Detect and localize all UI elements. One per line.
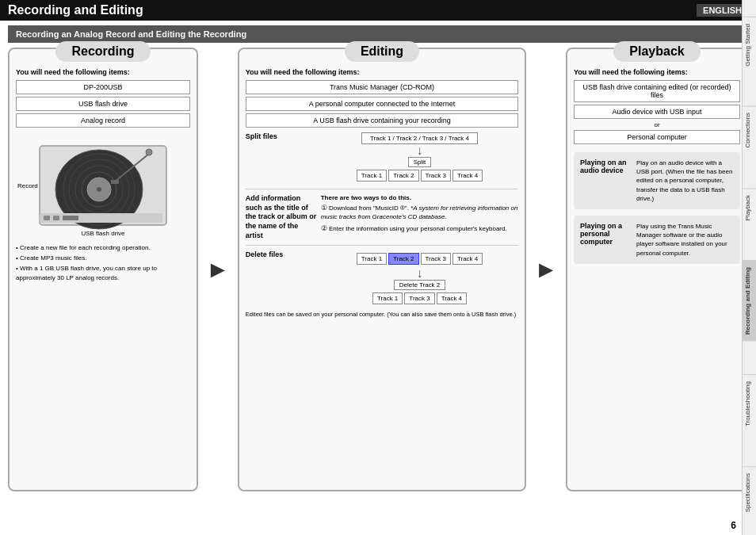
track-box-1: Track 1	[357, 170, 387, 182]
rem-track-4: Track 4	[437, 292, 467, 304]
split-arrow: ↓	[321, 144, 519, 157]
section-header: Recording an Analog Record and Editing t…	[8, 25, 748, 43]
record-label: Record	[17, 182, 38, 189]
split-top-track: Track 1 / Track 2 / Track 3 / Track 4	[361, 132, 478, 144]
recording-panel: Recording You will need the following it…	[8, 48, 198, 491]
split-label: Split files	[246, 132, 317, 140]
step-1: ① Download from "MusicID ®". *A system f…	[321, 204, 519, 221]
editing-operations: Split files Track 1 / Track 2 / Track 3 …	[246, 132, 519, 307]
del-track-4: Track 4	[452, 253, 483, 265]
playing-pc-desc: Play using the Trans Music Manager softw…	[636, 222, 734, 258]
page-title: Recording and Editing	[8, 3, 143, 17]
bullet-3: • With a 1 GB USB flash drive, you can s…	[16, 264, 190, 281]
recording-title: Recording	[55, 41, 150, 62]
bullet-2: • Create MP3 music files.	[16, 254, 190, 262]
delete-files-section: Delete files Track 1 Track 2 Track 3 Tra…	[246, 250, 519, 307]
editing-title: Editing	[345, 41, 419, 62]
right-sidebar: Getting Started Connections Playback Rec…	[742, 0, 756, 535]
recording-bullets: • Create a new file for each recording o…	[16, 243, 190, 282]
arrow-editing-to-playback: ►	[531, 48, 561, 491]
sidebar-tab-playback[interactable]: Playback	[743, 188, 756, 227]
del-track-2: Track 2	[388, 253, 418, 265]
bullet-1: • Create a new file for each recording o…	[16, 243, 190, 252]
editing-subtitle: You will need the following items:	[246, 68, 519, 76]
playback-panel: Playback You will need the following ite…	[566, 48, 748, 491]
divider-2	[246, 245, 519, 246]
editing-item-3: A USB flash drive containing your record…	[246, 113, 519, 128]
playback-item-3: Personal computer	[574, 130, 740, 144]
add-info-title: There are two ways to do this.	[321, 194, 519, 201]
playing-pc-section: Playing on a personal computer Play usin…	[574, 216, 740, 264]
editing-panel: Editing You will need the following item…	[238, 48, 527, 491]
turntable-image	[32, 138, 174, 233]
main-content: Recording You will need the following it…	[0, 48, 756, 491]
playing-audio-title: Playing on an audio device	[580, 159, 632, 174]
delete-label: Delete files	[246, 250, 317, 258]
playback-item-2: Audio device with USB input	[574, 105, 740, 119]
delete-arrow: ↓	[321, 267, 519, 280]
delete-bottom-tracks: Track 1 Track 3 Track 4	[321, 292, 519, 304]
delete-button: Delete Track 2	[394, 280, 446, 290]
svg-point-9	[146, 149, 152, 155]
track-box-2: Track 2	[388, 170, 418, 182]
split-button: Split	[408, 157, 432, 167]
svg-rect-14	[63, 216, 78, 220]
add-info-label: Add information such as the title of the…	[246, 194, 317, 240]
svg-point-7	[97, 187, 101, 192]
rem-track-3: Track 3	[404, 292, 434, 304]
editing-item-1: Trans Music Manager (CD-ROM)	[246, 80, 519, 94]
sidebar-tab-connections[interactable]: Connections	[743, 105, 756, 154]
playback-item-1: USB flash drive containing edited (or re…	[574, 80, 740, 102]
or-text: or	[574, 121, 740, 128]
playing-audio-section: Playing on an audio device Play on an au…	[574, 152, 740, 209]
del-track-1: Track 1	[357, 253, 387, 265]
top-header: Recording and Editing ENGLISH	[0, 0, 756, 21]
delete-top-tracks: Track 1 Track 2 Track 3 Track 4	[321, 253, 519, 265]
recording-subtitle: You will need the following items:	[16, 68, 190, 76]
del-track-3: Track 3	[421, 253, 451, 265]
playback-title: Playback	[613, 41, 700, 62]
track-box-4: Track 4	[452, 170, 483, 182]
svg-rect-13	[53, 216, 59, 220]
recording-item-1: DP-200USB	[16, 80, 190, 94]
recording-item-2: USB flash drive	[16, 97, 190, 111]
rem-track-1: Track 1	[372, 292, 403, 304]
sidebar-tab-specifications[interactable]: Specifications	[743, 466, 756, 518]
sidebar-tab-troubleshooting[interactable]: Troubleshooting	[743, 374, 756, 433]
split-bottom-tracks: Track 1 Track 2 Track 3 Track 4	[321, 170, 519, 182]
svg-rect-10	[111, 180, 119, 184]
language-label: ENGLISH	[697, 4, 748, 17]
step-2: ② Enter the information using your perso…	[321, 224, 519, 234]
editing-footer: Edited files can be saved on your person…	[246, 311, 519, 319]
divider-1	[246, 189, 519, 189]
recording-item-3: Analog record	[16, 113, 190, 128]
page-number: 6	[731, 520, 736, 531]
turntable-area: Record	[16, 134, 190, 237]
playing-audio-desc: Play on an audio device with a USB port.…	[636, 159, 734, 203]
playing-pc-title: Playing on a personal computer	[580, 222, 632, 246]
editing-item-2: A personal computer connected to the Int…	[246, 97, 519, 111]
add-info-section: Add information such as the title of the…	[246, 194, 519, 240]
sidebar-tab-recording[interactable]: Recording and Editing	[743, 260, 756, 341]
svg-rect-12	[44, 216, 50, 220]
sidebar-tab-getting-started[interactable]: Getting Started	[743, 17, 756, 73]
arrow-recording-to-editing: ►	[203, 48, 233, 491]
track-box-3: Track 3	[421, 170, 451, 182]
split-files-section: Split files Track 1 / Track 2 / Track 3 …	[246, 132, 519, 184]
playback-subtitle: You will need the following items:	[574, 68, 740, 76]
usb-label: USB flash drive	[81, 230, 124, 237]
